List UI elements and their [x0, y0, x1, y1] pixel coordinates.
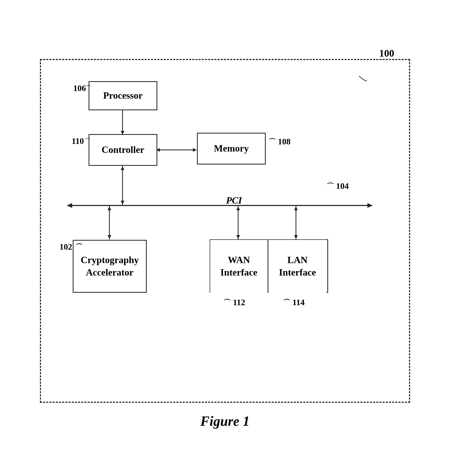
lan-ref-curve: ⌒	[283, 299, 290, 307]
wan-label: WAN Interface	[221, 254, 258, 279]
crypto-ref-number: 102	[59, 242, 72, 251]
memory-block: Memory	[197, 133, 266, 164]
svg-marker-7	[121, 201, 124, 204]
svg-marker-16	[236, 235, 240, 239]
wan-block: WAN Interface	[210, 240, 268, 293]
svg-marker-15	[236, 207, 240, 210]
figure-caption: Figure 1	[200, 413, 250, 429]
diagram-area: Processor 106 ⌒ Controller 110 ⌒ Memory …	[57, 76, 393, 367]
processor-ref-curve: ⌒	[85, 84, 92, 94]
diagram-svg	[57, 76, 393, 367]
pci-ref-number: 104	[336, 181, 349, 191]
pci-label: PCI	[226, 195, 242, 206]
lan-ref: ⌒ 114	[283, 298, 305, 308]
page-container: 100	[11, 47, 439, 429]
wan-ref-number: 112	[233, 298, 245, 307]
svg-marker-10	[368, 203, 373, 208]
memory-ref-curve: ⌒	[268, 138, 276, 146]
svg-marker-6	[121, 166, 124, 170]
controller-ref: 110	[72, 136, 84, 146]
svg-marker-19	[294, 235, 298, 239]
memory-label: Memory	[214, 142, 249, 155]
outer-ref-container: 100	[40, 47, 410, 59]
memory-ref: ⌒ 108	[268, 137, 291, 147]
crypto-label: Cryptography Accelerator	[81, 254, 139, 279]
controller-ref-curve: ⌒	[84, 137, 91, 147]
lan-block: LAN Interface	[268, 240, 327, 293]
svg-marker-12	[108, 207, 111, 210]
processor-block: Processor	[89, 81, 157, 110]
svg-marker-13	[108, 235, 111, 239]
memory-ref-number: 108	[278, 137, 291, 146]
controller-block: Controller	[89, 134, 157, 166]
crypto-ref: 102 ⌒	[59, 242, 83, 252]
wan-ref-curve: ⌒	[223, 299, 231, 307]
svg-marker-4	[193, 148, 197, 152]
lan-ref-number: 114	[292, 298, 305, 307]
outer-ref-label: 100	[379, 47, 394, 59]
crypto-block: Cryptography Accelerator	[73, 240, 147, 293]
pci-label-text: PCI	[226, 195, 242, 206]
crypto-ref-curve: ⌒	[75, 243, 83, 251]
controller-label: Controller	[102, 144, 144, 156]
svg-marker-18	[294, 207, 298, 210]
processor-label: Processor	[103, 89, 143, 102]
svg-marker-9	[67, 203, 72, 208]
pci-ref-curve: ⌒	[327, 182, 334, 190]
lan-label: LAN Interface	[279, 254, 316, 279]
processor-ref: 106	[73, 83, 86, 93]
main-diagram-box: Processor 106 ⌒ Controller 110 ⌒ Memory …	[40, 59, 410, 403]
pci-ref: ⌒ 104	[327, 181, 349, 191]
wan-ref: ⌒ 112	[223, 298, 245, 308]
